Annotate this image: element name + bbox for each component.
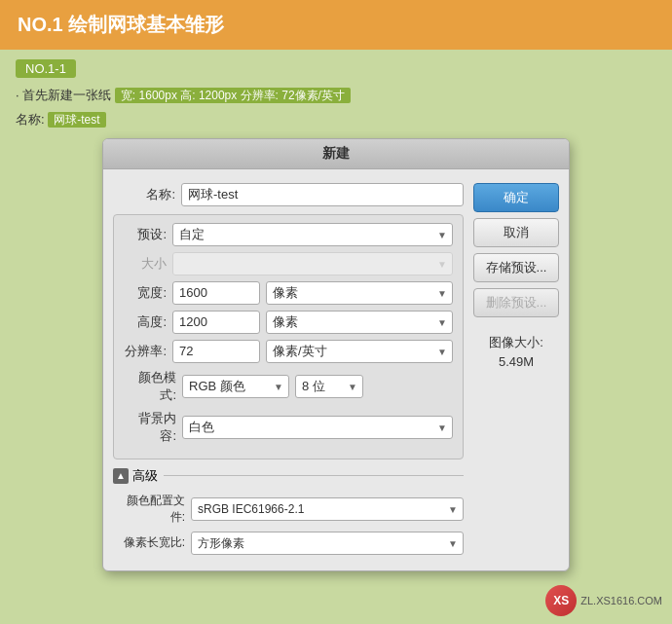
color-mode-select[interactable]: RGB 颜色 [182, 375, 289, 398]
advanced-row[interactable]: ▲ 高级 [113, 467, 464, 485]
size-label: 大小 [124, 255, 172, 273]
bg-select[interactable]: 白色 [182, 416, 453, 439]
bit-depth-wrapper: 8 位 ▼ [295, 375, 363, 398]
dialog-buttons: 确定 取消 存储预设... 删除预设... 图像大小: 5.49M [473, 183, 559, 561]
profile-select[interactable]: sRGB IEC61966-2.1 [191, 497, 464, 521]
profile-select-wrapper: sRGB IEC61966-2.1 ▼ [191, 497, 464, 521]
save-preset-button[interactable]: 存储预设... [473, 253, 559, 282]
resolution-input[interactable] [172, 340, 260, 363]
dialog-title: 新建 [322, 145, 350, 161]
bg-select-wrapper: 白色 ▼ [182, 416, 453, 439]
image-size-value: 5.49M [473, 352, 559, 373]
dialog-form: 名称: 预设: 自定 ▼ [113, 183, 464, 561]
pixel-aspect-select-wrapper: 方形像素 ▼ [191, 532, 464, 555]
confirm-button[interactable]: 确定 [473, 183, 559, 212]
instruction-prefix: · 首先新建一张纸 [16, 88, 111, 102]
height-row: 高度: 像素 ▼ [124, 311, 453, 334]
name-input[interactable] [181, 183, 464, 206]
delete-preset-button: 删除预设... [473, 288, 559, 317]
preset-label: 预设: [124, 226, 172, 243]
page-header: NO.1 绘制网球基本雏形 [0, 0, 672, 50]
name-label: 名称: [113, 186, 181, 203]
image-size-info: 图像大小: 5.49M [473, 333, 559, 374]
watermark: XS ZL.XS1616.COM [545, 585, 662, 616]
pixel-aspect-row: 像素长宽比: 方形像素 ▼ [113, 532, 464, 555]
pixel-aspect-label: 像素长宽比: [113, 534, 191, 551]
watermark-text: ZL.XS1616.COM [580, 594, 662, 607]
advanced-label: 高级 [132, 467, 158, 485]
size-select [172, 252, 453, 275]
dialog-body: 名称: 预设: 自定 ▼ [103, 169, 569, 570]
instruction-name-tag: 网球-test [48, 112, 105, 128]
preset-group: 预设: 自定 ▼ 大小 [113, 214, 464, 459]
size-row: 大小 ▼ [124, 252, 453, 275]
instruction-highlight: 宽: 1600px 高: 1200px 分辨率: 72像素/英寸 [115, 88, 351, 103]
color-mode-wrapper: RGB 颜色 ▼ [182, 375, 289, 398]
width-unit-select[interactable]: 像素 [266, 281, 453, 305]
preset-row: 预设: 自定 ▼ [124, 223, 453, 246]
content-area: NO.1-1 · 首先新建一张纸 宽: 1600px 高: 1200px 分辨率… [0, 50, 672, 589]
resolution-unit-select[interactable]: 像素/英寸 [266, 340, 453, 363]
width-row: 宽度: 像素 ▼ [124, 281, 453, 305]
profile-label: 颜色配置文件: [113, 493, 191, 526]
preset-select-wrapper: 自定 ▼ [172, 223, 453, 246]
color-mode-label: 颜色模式: [124, 369, 182, 404]
advanced-divider [164, 475, 464, 476]
step-badge: NO.1-1 [16, 59, 76, 78]
name-row: 名称: [113, 183, 464, 206]
page-title: NO.1 绘制网球基本雏形 [18, 12, 224, 38]
dialog-titlebar: 新建 [103, 139, 569, 169]
size-select-wrapper: ▼ [172, 252, 453, 275]
new-document-dialog: 新建 名称: 预设: [102, 138, 570, 571]
instruction-line2: 名称: 网球-test [16, 110, 656, 130]
height-label: 高度: [124, 313, 172, 331]
image-size-label: 图像大小: [473, 333, 559, 353]
advanced-toggle-arrow-icon: ▲ [113, 468, 129, 484]
height-input[interactable] [172, 311, 260, 334]
background-row: 背景内容: 白色 ▼ [124, 410, 453, 445]
watermark-icon: XS [545, 585, 577, 616]
instruction-name-prefix: 名称: [16, 112, 45, 127]
dialog-wrapper: 新建 名称: 预设: [102, 138, 570, 571]
watermark-site: ZL.XS1616.COM [580, 594, 662, 607]
watermark-icon-text: XS [553, 594, 569, 607]
preset-select[interactable]: 自定 [172, 223, 453, 246]
color-mode-row: 颜色模式: RGB 颜色 ▼ 8 位 [124, 369, 453, 404]
pixel-aspect-select[interactable]: 方形像素 [191, 532, 464, 555]
bit-depth-select[interactable]: 8 位 [295, 375, 363, 398]
width-input[interactable] [172, 281, 260, 305]
profile-row: 颜色配置文件: sRGB IEC61966-2.1 ▼ [113, 493, 464, 526]
resolution-unit-wrapper: 像素/英寸 ▼ [266, 340, 453, 363]
resolution-label: 分辨率: [124, 343, 172, 360]
height-unit-wrapper: 像素 ▼ [266, 311, 453, 334]
resolution-row: 分辨率: 像素/英寸 ▼ [124, 340, 453, 363]
instruction-line1: · 首先新建一张纸 宽: 1600px 高: 1200px 分辨率: 72像素/… [16, 86, 656, 106]
bg-label: 背景内容: [124, 410, 182, 445]
cancel-button[interactable]: 取消 [473, 218, 559, 247]
width-label: 宽度: [124, 284, 172, 302]
width-unit-wrapper: 像素 ▼ [266, 281, 453, 305]
height-unit-select[interactable]: 像素 [266, 311, 453, 334]
advanced-toggle[interactable]: ▲ 高级 [113, 467, 158, 485]
